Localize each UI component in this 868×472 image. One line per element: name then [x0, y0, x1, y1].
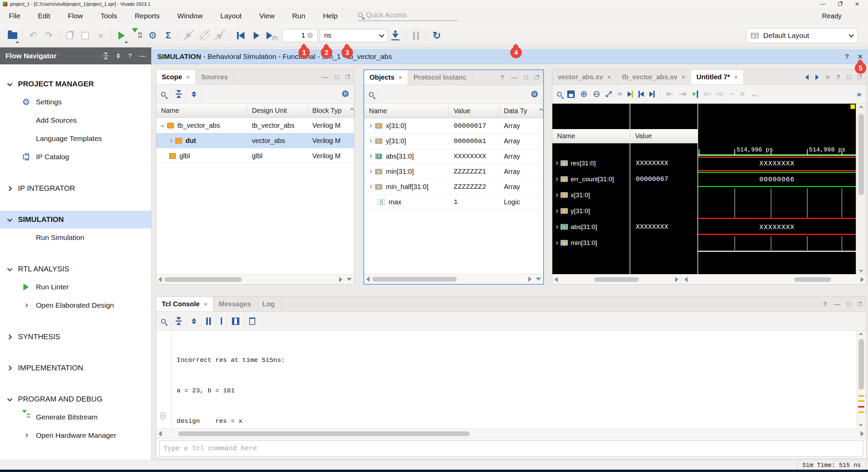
- minimize-panel-icon[interactable]: —: [139, 52, 146, 60]
- console-output[interactable]: Incorrect res at time 515ns: a = 23, b =…: [171, 331, 856, 428]
- close-icon[interactable]: ×: [734, 74, 738, 81]
- collapse-all-icon[interactable]: [176, 90, 182, 98]
- run-all-button[interactable]: [249, 28, 264, 43]
- tab-protocol-instances[interactable]: Protocol Instanc: [408, 70, 472, 85]
- menu-help[interactable]: Help: [314, 10, 346, 22]
- next-transition-icon[interactable]: [649, 91, 655, 98]
- maximize-panel-icon[interactable]: [847, 75, 851, 79]
- clear-console-icon[interactable]: [249, 317, 255, 325]
- go-to-time-icon[interactable]: [628, 90, 633, 98]
- column-block-type[interactable]: Block Typ: [308, 104, 354, 118]
- objects-row-min[interactable]: min[31:0] ZZZZZZZ1 Array: [364, 164, 543, 179]
- settings-gear-icon[interactable]: ⚙: [145, 28, 160, 43]
- quick-access-search[interactable]: [358, 11, 458, 21]
- objects-row-x[interactable]: x[31:0] 00000017 Array: [364, 118, 543, 134]
- help-icon[interactable]: ?: [836, 74, 840, 81]
- column-data-type[interactable]: Data Ty: [499, 104, 543, 118]
- generate-bitstream-icon[interactable]: 0110: [129, 28, 145, 43]
- sim-time-input[interactable]: [283, 32, 305, 39]
- time-unit-select[interactable]: ns: [320, 29, 388, 42]
- close-icon[interactable]: ×: [607, 74, 611, 81]
- vertical-scrollbar[interactable]: [856, 104, 866, 274]
- minimize-panel-icon[interactable]: —: [834, 301, 840, 308]
- collapse-all-icon[interactable]: [176, 317, 182, 325]
- log-all-signals-button[interactable]: [388, 28, 403, 43]
- menu-window[interactable]: Window: [169, 10, 212, 22]
- delete-icon[interactable]: ×: [93, 28, 108, 43]
- maximize-panel-icon[interactable]: [335, 75, 339, 79]
- sidebar-section-synthesis[interactable]: SYNTHESIS: [0, 328, 151, 346]
- tab-log[interactable]: Log: [257, 297, 281, 311]
- scope-row-glbl[interactable]: glbl glbl Verilog M: [156, 148, 354, 164]
- tab-untitled-7[interactable]: Untitled 7*×: [691, 70, 744, 84]
- menu-edit[interactable]: Edit: [29, 10, 59, 22]
- zoom-fit-icon[interactable]: ⤢: [606, 90, 612, 99]
- expand-all-icon[interactable]: [116, 53, 120, 59]
- search-icon[interactable]: [557, 92, 562, 97]
- tab-messages[interactable]: Messages: [213, 297, 257, 311]
- menu-tools[interactable]: Tools: [92, 10, 126, 22]
- restart-sim-button[interactable]: [233, 28, 249, 43]
- objects-row-max[interactable]: max 1 Logic: [364, 194, 543, 210]
- help-icon[interactable]: ?: [845, 53, 849, 61]
- scroll-down-icon[interactable]: [859, 422, 863, 426]
- scroll-down-icon[interactable]: [347, 278, 352, 281]
- sidebar-item-language-templates[interactable]: Language Templates: [0, 129, 151, 148]
- minimize-panel-icon[interactable]: —: [511, 74, 517, 81]
- objects-row-abs[interactable]: abs[31:0] XXXXXXXX Array: [364, 149, 543, 164]
- search-icon[interactable]: [161, 319, 166, 324]
- report-sigma-icon[interactable]: Σ: [160, 28, 176, 43]
- sidebar-item-settings[interactable]: ⚙Settings: [0, 93, 151, 111]
- sidebar-section-project-manager[interactable]: PROJECT MANAGER: [0, 75, 151, 93]
- sim-time-field[interactable]: ×: [282, 29, 318, 42]
- scope-row-dut[interactable]: dut vector_abs Verilog M: [156, 133, 354, 148]
- layout-selector[interactable]: Default Layout: [746, 28, 858, 43]
- close-icon[interactable]: ×: [398, 74, 402, 81]
- clear-time-icon[interactable]: ×: [307, 33, 313, 38]
- minimize-panel-icon[interactable]: —: [322, 74, 328, 81]
- wave-signal-row[interactable]: err_count[31:0]: [552, 171, 630, 187]
- sidebar-section-program-and-debug[interactable]: PROGRAM AND DEBUG: [0, 390, 151, 408]
- tab-scroll-left-icon[interactable]: [805, 75, 809, 80]
- wave-signal-row[interactable]: abs[31:0]: [552, 219, 630, 235]
- sidebar-section-rtl-analysis[interactable]: RTL ANALYSIS: [0, 260, 151, 278]
- window-close-button[interactable]: ×: [855, 0, 859, 8]
- redo-icon[interactable]: ↷: [41, 28, 57, 43]
- float-panel-icon[interactable]: [346, 75, 349, 79]
- tab-scope[interactable]: Scope×: [156, 70, 196, 84]
- close-icon[interactable]: ×: [682, 74, 685, 81]
- copy-icon[interactable]: [221, 318, 222, 324]
- float-panel-icon[interactable]: [535, 76, 538, 79]
- menu-file[interactable]: File: [0, 10, 29, 22]
- wave-column-value[interactable]: Value: [630, 129, 697, 143]
- run-for-time-button[interactable]: (T): [264, 28, 280, 43]
- collapse-block-icon[interactable]: −: [160, 412, 166, 419]
- gear-icon[interactable]: ⚙: [531, 89, 538, 100]
- wave-signal-row[interactable]: x[31:0]: [552, 187, 630, 203]
- help-icon[interactable]: ?: [500, 74, 504, 81]
- column-value[interactable]: Value: [449, 104, 499, 118]
- horizontal-scrollbar[interactable]: [364, 274, 543, 284]
- sidebar-section-implementation[interactable]: IMPLEMENTATION: [0, 359, 151, 377]
- scroll-up-icon[interactable]: [540, 105, 542, 113]
- tab-tcl-console[interactable]: Tcl Console×: [156, 297, 213, 311]
- menu-layout[interactable]: Layout: [212, 10, 251, 22]
- sidebar-item-run-simulation[interactable]: Run Simulation: [0, 228, 151, 247]
- close-icon[interactable]: ×: [204, 301, 208, 308]
- sidebar-item-run-linter[interactable]: Run Linter: [0, 278, 151, 296]
- sidebar-item-add-sources[interactable]: Add Sources: [0, 111, 151, 129]
- undo-icon[interactable]: ↶: [25, 28, 41, 43]
- maximize-panel-icon[interactable]: [524, 76, 528, 79]
- wave-signal-row[interactable]: min[31:0]: [552, 235, 630, 251]
- tab-tb-vector-abs-sv[interactable]: tb_vector_abs.sv×: [617, 70, 691, 84]
- wave-plot-area[interactable]: 514,996 ps 514,998 ps XXXXXXXX 00000066 …: [698, 104, 856, 274]
- menu-reports[interactable]: Reports: [126, 10, 169, 22]
- tab-scroll-right-icon[interactable]: [815, 75, 819, 80]
- sidebar-section-simulation[interactable]: SIMULATION: [0, 211, 151, 228]
- tab-sources[interactable]: Sources: [196, 70, 234, 84]
- wave-column-name[interactable]: Name: [552, 129, 630, 143]
- copy-icon[interactable]: [62, 28, 77, 43]
- sidebar-section-ip-integrator[interactable]: IP INTEGRATOR: [0, 180, 151, 197]
- zoom-in-icon[interactable]: ⊕: [580, 89, 588, 99]
- sidebar-item-generate-bitstream[interactable]: 0110Generate Bitstream: [0, 408, 151, 426]
